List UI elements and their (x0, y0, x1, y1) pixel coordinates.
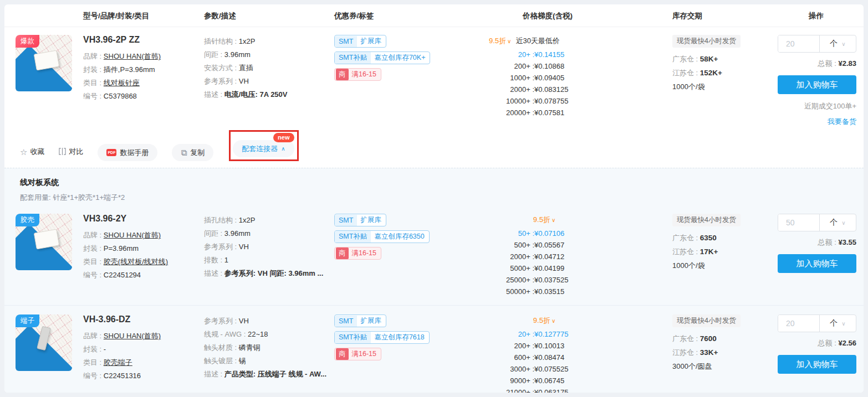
param-label: 线规 - AWG (204, 330, 248, 338)
table-row: 端子 VH-3.96-DZ 品牌SHOU HAN(首韩) 封装- 类目胶壳端子 … (4, 305, 864, 393)
warehouse-row: 江苏仓33K+ (672, 346, 778, 359)
category-label: 类目 (83, 79, 104, 87)
warehouse-row: 广东仓58K+ (672, 52, 778, 66)
category-link[interactable]: 胶壳端子 (104, 358, 132, 367)
package-value: P=3.96mm (104, 244, 139, 252)
brand-link[interactable]: SHOU HAN(首韩) (104, 52, 161, 60)
unit-select[interactable]: 个∨ (819, 214, 856, 231)
unit-select[interactable]: 个∨ (819, 35, 856, 52)
price-tier: 21000+¥0.063175 (489, 386, 600, 393)
product-title[interactable]: VH3.96-2Y (83, 214, 204, 224)
coupon-tag: 商满16-15 (334, 348, 381, 360)
section-title: 线对板系统 (20, 178, 864, 188)
packaging-info: 1000个/袋 (672, 80, 778, 94)
param-value: 1 (224, 256, 228, 264)
warehouse-row: 广东仓6350 (672, 231, 778, 245)
brand-link[interactable]: SHOU HAN(首韩) (104, 231, 161, 239)
col-header-actions: 操作 (778, 11, 864, 21)
brand-link[interactable]: SHOU HAN(首韩) (104, 332, 161, 340)
product-image[interactable]: 胶壳 (16, 214, 72, 270)
coupon-tag: 商满16-15 (334, 247, 381, 260)
col-header-params: 参数/描述 (204, 11, 334, 21)
price-tier: 20+¥0.14155 (489, 49, 600, 60)
chevron-up-icon: ∧ (281, 146, 285, 152)
lowest-price-note: 近30天最低价 (515, 37, 559, 45)
category-link[interactable]: 胶壳(线对板/线对线) (104, 257, 168, 266)
smt-subsidy-tag: SMT补贴嘉立创库存70K+ (334, 51, 430, 64)
price-tier: 5000+¥0.04199 (489, 262, 600, 274)
param-label: 参考系列 (204, 317, 239, 325)
row-toolbar: ☆收藏 对比 PDF数据手册 ⧉复制 new 配套连接器∧ (4, 129, 864, 168)
warehouse-row: 江苏仓17K+ (672, 245, 778, 259)
warehouse-row: 江苏仓152K+ (672, 66, 778, 80)
param-label: 间距 (204, 229, 224, 238)
terminal-badge: 端子 (16, 314, 39, 327)
quantity-input[interactable] (778, 214, 819, 231)
package-value: - (104, 345, 106, 353)
price-tier: 50+¥0.07106 (489, 228, 600, 239)
price-tier: 3000+¥0.075525 (489, 363, 600, 375)
copy-button[interactable]: ⧉复制 (172, 144, 213, 161)
price-tier: 500+¥0.05567 (489, 239, 600, 251)
chevron-down-icon: ∨ (841, 220, 845, 226)
quantity-group: 个∨ (778, 214, 856, 231)
product-image[interactable]: 端子 (16, 314, 72, 371)
category-label: 类目 (83, 358, 104, 367)
description-value: 产品类型: 压线端子 线规 - AW... (224, 370, 326, 378)
discount-link[interactable]: 9.5折 (533, 316, 550, 324)
param-value: 锡 (239, 357, 246, 365)
table-row: 胶壳 VH3.96-2Y 品牌SHOU HAN(首韩) 封装P=3.96mm 类… (4, 205, 864, 305)
product-title[interactable]: VH-3.96-DZ (83, 314, 204, 324)
coupon-tag: 商满16-15 (334, 68, 381, 81)
add-to-cart-button[interactable]: 加入购物车 (778, 254, 856, 273)
unit-select[interactable]: 个∨ (819, 315, 856, 332)
brand-label: 品牌 (83, 231, 104, 239)
smt-tag: SMT扩展库 (334, 35, 386, 48)
hot-badge: 爆款 (16, 35, 39, 48)
chevron-down-icon[interactable]: ∨ (507, 38, 511, 44)
price-tier: 2000+¥0.083125 (489, 84, 600, 95)
add-to-cart-button[interactable]: 加入购物车 (778, 75, 856, 94)
quantity-input[interactable] (778, 35, 819, 52)
product-image[interactable]: 爆款 (16, 35, 72, 91)
datasheet-button[interactable]: PDF数据手册 (98, 144, 157, 161)
chevron-down-icon[interactable]: ∨ (552, 217, 555, 223)
compare-button[interactable]: 对比 (59, 147, 83, 161)
warehouse-row: 广东仓7600 (672, 332, 778, 346)
price-tier: 600+¥0.08474 (489, 352, 600, 363)
description-value: 电流/电压: 7A 250V (224, 90, 288, 99)
connector-part (33, 229, 59, 249)
param-value: VH (239, 77, 249, 85)
table-row: 爆款 VH3.96-2P ZZ 品牌SHOU HAN(首韩) 封装插件,P=3.… (4, 27, 864, 129)
col-header-model: 型号/品牌/封装/类目 (83, 11, 204, 21)
price-tier: 200+¥0.10868 (489, 60, 600, 72)
price-tier: 20000+¥0.07581 (489, 107, 600, 118)
matching-connector-button[interactable]: 配套连接器∧ (233, 140, 294, 157)
smt-tag: SMT扩展库 (334, 214, 386, 226)
quantity-input[interactable] (778, 315, 819, 332)
chevron-down-icon: ∨ (841, 41, 845, 47)
category-link[interactable]: 线对板针座 (104, 79, 140, 87)
product-list-card: 型号/品牌/封装/类目 参数/描述 优惠券/标签 价格梯度(含税) 库存交期 操… (4, 4, 864, 393)
product-title[interactable]: VH3.96-2P ZZ (83, 35, 204, 45)
chevron-down-icon[interactable]: ∨ (552, 318, 555, 324)
packaging-info: 3000个/圆盘 (672, 359, 778, 373)
package-value: 插件,P=3.96mm (104, 65, 155, 74)
packaging-info: 1000个/袋 (672, 259, 778, 272)
discount-link[interactable]: 9.5折 (489, 37, 506, 45)
add-to-cart-button[interactable]: 加入购物车 (778, 355, 856, 374)
param-label: 插孔结构 (204, 216, 239, 224)
param-value: 1x2P (239, 37, 256, 45)
annotation-red-box: new 配套连接器∧ (229, 130, 298, 161)
favorite-button[interactable]: ☆收藏 (20, 147, 44, 161)
quantity-group: 个∨ (778, 35, 856, 53)
part-number-value: C5379868 (104, 92, 137, 100)
price-tier: 200+¥0.10013 (489, 340, 600, 352)
stockup-link[interactable]: 我要备货 (828, 117, 856, 127)
discount-link[interactable]: 9.5折 (533, 215, 550, 224)
part-number-label: 编号 (83, 372, 104, 380)
part-number-value: C22451294 (104, 271, 141, 279)
copy-icon: ⧉ (181, 148, 187, 157)
delivery-badge: 现货最快4小时发货 (672, 35, 741, 48)
part-number-value: C22451316 (104, 372, 141, 380)
